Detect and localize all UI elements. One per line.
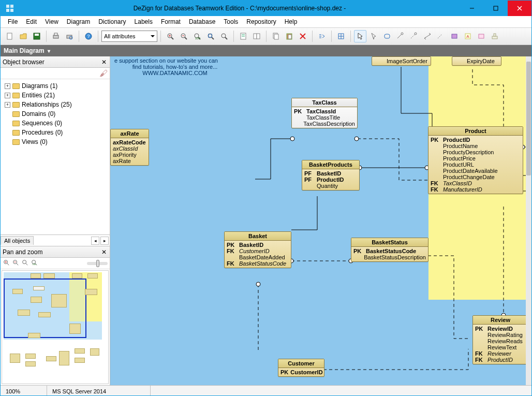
svg-rect-8	[7, 33, 12, 39]
stamp-tool[interactable]	[489, 30, 501, 42]
svg-line-60	[7, 263, 9, 265]
tree-item-diagrams[interactable]: +Diagrams (1)	[3, 81, 108, 91]
pz-zoom-100-icon[interactable]: 100	[31, 259, 38, 268]
entity-basket[interactable]: Basket PKBasketID FKCustomerID BasketDat…	[224, 231, 291, 268]
relation-nonid-tool[interactable]	[408, 30, 420, 42]
object-browser-close-icon[interactable]: ✕	[100, 58, 108, 66]
menu-file[interactable]: File	[4, 17, 22, 26]
filter-next-icon[interactable]: ▸	[100, 237, 109, 245]
menu-tools[interactable]: Tools	[219, 17, 242, 26]
hint-link[interactable]: WWW.DATANAMIC.COM	[142, 70, 207, 76]
pan-tool[interactable]	[367, 30, 380, 42]
tree-item-sequences[interactable]: Sequences (0)	[3, 119, 108, 128]
entity-review[interactable]: Review PKReviewID ReviewRating ReviewRea…	[472, 315, 528, 364]
filter-prev-icon[interactable]: ◂	[91, 237, 99, 245]
object-browser-tree[interactable]: +Diagrams (1) +Entities (21) +Relationsh…	[1, 79, 110, 235]
grid-button[interactable]	[335, 30, 347, 42]
svg-line-52	[438, 34, 442, 38]
help-button[interactable]: ?	[82, 30, 95, 42]
close-button[interactable]	[508, 1, 531, 16]
entity-basketproducts[interactable]: BasketProducts PFBasketID PFProductID Qu…	[302, 160, 360, 190]
menu-dictionary[interactable]: Dictionary	[94, 17, 130, 26]
relation-opt-tool[interactable]	[435, 30, 447, 42]
open-button[interactable]	[17, 30, 29, 42]
copy-button[interactable]	[270, 30, 282, 42]
diagram-canvas[interactable]: e support section on our website you can…	[110, 56, 531, 385]
pointer-tool[interactable]	[354, 30, 366, 42]
pz-zoom-in-icon[interactable]	[3, 259, 10, 268]
filter-icon[interactable]: 🖌	[99, 69, 108, 78]
zoom-out-button[interactable]	[178, 30, 190, 42]
minimize-button[interactable]	[460, 1, 484, 16]
entity-customer[interactable]: Customer PKCustomerID	[278, 359, 324, 377]
pz-zoom-out-icon[interactable]	[12, 259, 19, 268]
menu-help[interactable]: Help	[280, 17, 302, 26]
svg-rect-35	[254, 34, 257, 39]
attributes-combo[interactable]: All attributes	[101, 31, 157, 42]
note-tool[interactable]: A	[462, 30, 474, 42]
pz-zoom-fit-icon[interactable]	[21, 259, 28, 268]
compare-button[interactable]	[250, 30, 263, 42]
menu-database[interactable]: Database	[185, 17, 219, 26]
view-tool[interactable]	[448, 30, 461, 42]
canvas-vscrollbar[interactable]	[526, 56, 531, 385]
tree-item-procedures[interactable]: Procedures (0)	[3, 128, 108, 137]
svg-line-64	[17, 263, 19, 265]
svg-line-47	[397, 34, 402, 38]
menu-format[interactable]: Format	[157, 17, 185, 26]
status-db: MS SQL Server 2014	[47, 386, 151, 396]
tree-item-domains[interactable]: Domains (0)	[3, 109, 108, 119]
entity-fragment[interactable]: ExpiryDate	[452, 56, 501, 66]
maximize-button[interactable]	[484, 1, 508, 16]
toolbar: ? All attributes 100 A	[1, 27, 531, 45]
zoom-region-button[interactable]	[218, 30, 230, 42]
auto-layout-button[interactable]	[316, 30, 328, 42]
region-tool[interactable]	[475, 30, 487, 42]
script-button[interactable]	[237, 30, 249, 42]
entity-taxrate[interactable]: axRate axRateCode axClassId axPriority a…	[110, 129, 149, 166]
entity-tool[interactable]	[381, 30, 393, 42]
menu-edit[interactable]: Edit	[22, 17, 41, 26]
entity-fragment[interactable]: ImageSortOrder	[372, 56, 431, 66]
app-icon	[4, 2, 16, 14]
paste-button[interactable]	[283, 30, 295, 42]
print-button[interactable]	[50, 30, 62, 42]
svg-line-49	[411, 34, 415, 38]
svg-rect-0	[6, 5, 9, 8]
relation-id-tool[interactable]	[394, 30, 407, 42]
zoom-100-button[interactable]: 100	[191, 30, 203, 42]
entity-basketstatus[interactable]: BasketStatus PKBasketStatusCode BasketSt…	[351, 238, 428, 262]
entity-product[interactable]: Product PKProductID ProductName Producty…	[428, 126, 523, 194]
tree-item-entities[interactable]: +Entities (21)	[3, 91, 108, 100]
svg-line-18	[171, 37, 173, 39]
minimap[interactable]	[2, 270, 109, 384]
delete-button[interactable]	[297, 30, 309, 42]
menu-labels[interactable]: Labels	[130, 17, 157, 26]
menu-diagram[interactable]: Diagram	[63, 17, 94, 26]
menubar: File Edit View Diagram Dictionary Labels…	[1, 16, 531, 27]
svg-point-50	[415, 33, 417, 35]
new-button[interactable]	[4, 30, 16, 42]
relation-mm-tool[interactable]	[421, 30, 434, 42]
panzoom-title: Pan and zoom	[3, 248, 42, 256]
zoom-fit-button[interactable]	[204, 30, 217, 42]
tree-item-relationships[interactable]: +Relationships (25)	[3, 100, 108, 109]
svg-rect-29	[209, 34, 212, 37]
menu-repository[interactable]: Repository	[242, 17, 280, 26]
print-preview-button[interactable]	[63, 30, 76, 42]
pz-zoom-slider[interactable]	[87, 262, 108, 265]
svg-rect-46	[385, 34, 390, 38]
diagram-tabstrip: Main Diagram ▾	[1, 45, 531, 56]
tab-dropdown-icon[interactable]: ▾	[48, 48, 50, 54]
entity-taxclass[interactable]: TaxClass PKTaxClassId TaxClassTitle TaxC…	[291, 98, 358, 128]
svg-rect-40	[288, 35, 291, 39]
save-button[interactable]	[31, 30, 43, 42]
menu-view[interactable]: View	[41, 17, 63, 26]
diagram-tab-main[interactable]: Main Diagram	[4, 47, 45, 54]
svg-text:?: ?	[87, 34, 90, 39]
tree-item-views[interactable]: Views (0)	[3, 137, 108, 146]
svg-line-67	[26, 263, 28, 265]
filter-tab-all[interactable]: All objects	[1, 236, 34, 245]
zoom-in-button[interactable]	[164, 30, 176, 42]
panzoom-close-icon[interactable]: ✕	[100, 248, 108, 256]
